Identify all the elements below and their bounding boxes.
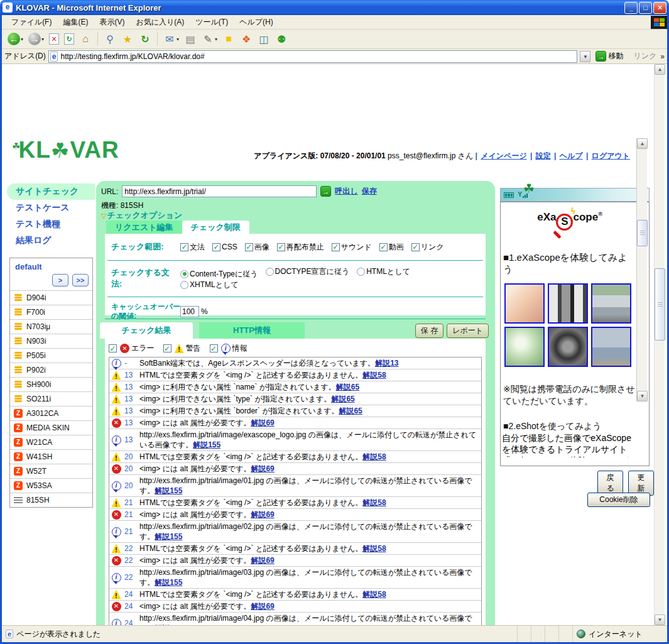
scope-option-画像[interactable]: ✓画像	[245, 242, 269, 253]
call-link[interactable]: 呼出し	[335, 186, 357, 197]
filter-error[interactable]: ✓✕エラー	[109, 343, 155, 354]
research-icon[interactable]: ◫	[256, 31, 272, 46]
emulator-back-button[interactable]: 戻る	[597, 471, 623, 496]
explanation-link[interactable]: 解説69	[251, 464, 274, 473]
scope-option-再配布禁止[interactable]: ✓再配布禁止	[277, 242, 324, 253]
forward-icon[interactable]: →▾	[26, 31, 46, 46]
home-icon[interactable]: ⌂	[77, 31, 94, 46]
checkbox-icon[interactable]: ✓	[411, 243, 420, 251]
device-row[interactable]: N903i	[10, 334, 92, 348]
device-row[interactable]: ZA3012CA	[10, 406, 92, 420]
scrollbar-thumb[interactable]	[655, 268, 665, 341]
grammar-option-Content-Typeに従う[interactable]: Content-Typeに従う	[180, 269, 258, 280]
maximize-button[interactable]: □	[639, 2, 652, 14]
sidebar-item-結果ログ[interactable]: 結果ログ	[7, 232, 95, 249]
menu-ヘルプ(H)[interactable]: ヘルプ(H)	[234, 16, 279, 28]
emulator-scrollbar[interactable]: ▲ ▼	[636, 138, 647, 401]
checkbox-icon[interactable]: ✓	[277, 243, 285, 251]
edit-icon[interactable]: ✎▾	[200, 31, 219, 46]
menu-編集(E)[interactable]: 編集(E)	[57, 16, 94, 28]
stop-icon[interactable]: ✕	[47, 32, 61, 46]
profile-move-button[interactable]: >>	[72, 274, 89, 287]
explanation-link[interactable]: 解説58	[362, 544, 386, 553]
tab-チェック制限[interactable]: チェック制限	[182, 221, 249, 234]
checkbox-icon[interactable]: ✓	[379, 243, 388, 251]
sidebar-item-テストケース[interactable]: テストケース	[7, 200, 95, 216]
notes-icon[interactable]: ■	[220, 31, 237, 46]
dropdown-caret-icon[interactable]: ▾	[215, 36, 217, 42]
grammar-option-XHTMLとして[interactable]: XHTMLとして	[180, 280, 239, 290]
tab-HTTP情報[interactable]: HTTP情報	[199, 322, 305, 339]
dropdown-caret-icon[interactable]: ▾	[41, 36, 44, 42]
explanation-link[interactable]: 解説69	[251, 418, 274, 427]
back-icon[interactable]: ←▾	[6, 31, 25, 46]
explanation-link[interactable]: 解説65	[336, 383, 359, 391]
print-icon[interactable]: ▤	[182, 31, 199, 46]
explanation-link[interactable]: 解説13	[375, 359, 398, 368]
links-label[interactable]: リンク	[633, 51, 656, 62]
device-row[interactable]: N703iμ	[10, 319, 92, 334]
device-row[interactable]: P902i	[10, 363, 92, 377]
header-link-メインページ[interactable]: メインページ	[481, 151, 526, 160]
device-row[interactable]: D904i	[10, 290, 92, 305]
device-row[interactable]: ZMEDIA SKIN	[10, 420, 92, 435]
history-icon[interactable]: ↻	[137, 31, 153, 46]
header-link-ログアウト[interactable]: ログアウト	[592, 151, 630, 160]
browser-scrollbar[interactable]: ▲ ▼	[654, 64, 665, 625]
checkbox-icon[interactable]: ✓	[163, 344, 171, 352]
explanation-link[interactable]: 解説65	[339, 407, 362, 415]
links-chevron-icon[interactable]: »	[660, 52, 665, 61]
refresh-icon[interactable]: ↻	[62, 32, 76, 46]
explanation-link[interactable]: 解説65	[331, 395, 354, 403]
explanation-link[interactable]: 解説69	[251, 602, 274, 611]
messenger-icon[interactable]: ❖	[238, 31, 254, 46]
save-url-link[interactable]: 保存	[362, 186, 377, 197]
dropdown-caret-icon[interactable]: ▾	[177, 36, 179, 42]
radio-icon[interactable]	[266, 268, 274, 276]
explanation-link[interactable]: 解説58	[362, 371, 386, 379]
scope-option-動画[interactable]: ✓動画	[379, 242, 404, 253]
save-result-button[interactable]: 保 存	[415, 324, 443, 338]
menu-お気に入り(A)[interactable]: お気に入り(A)	[130, 16, 190, 28]
cache-threshold-input[interactable]	[180, 306, 199, 317]
favorites-icon[interactable]: ★	[119, 31, 136, 46]
sidebar-item-サイトチェック[interactable]: サイトチェック	[7, 183, 95, 200]
search-icon[interactable]: ⚲	[102, 31, 118, 46]
woman-portrait-image[interactable]	[504, 283, 545, 324]
menu-表示(V)[interactable]: 表示(V)	[94, 16, 130, 28]
city-buildings-image[interactable]	[591, 327, 631, 367]
emulator-refresh-button[interactable]: 更新	[628, 471, 654, 496]
dropdown-caret-icon[interactable]: ▾	[21, 36, 23, 42]
emulator-scroll-up-icon[interactable]: ▲	[637, 138, 648, 149]
wristwatch-image[interactable]	[548, 327, 588, 367]
close-button[interactable]: ✕	[653, 2, 666, 14]
header-link-ヘルプ[interactable]: ヘルプ	[560, 151, 583, 160]
radio-icon[interactable]	[180, 281, 188, 289]
silver-car-image[interactable]	[591, 283, 631, 324]
device-row[interactable]: ZW53SA	[10, 478, 92, 493]
explanation-link[interactable]: 解説155	[155, 578, 182, 587]
emulator-scrollbar-thumb[interactable]	[637, 220, 648, 246]
grammar-option-DOCTYPE宣言に従う[interactable]: DOCTYPE宣言に従う	[266, 266, 350, 277]
device-row[interactable]: ZW21CA	[10, 435, 92, 449]
go-button[interactable]: → 移動	[593, 50, 626, 62]
filter-warn[interactable]: ✓!警告	[163, 343, 201, 354]
url-input[interactable]	[122, 185, 317, 197]
explanation-link[interactable]: 解説69	[251, 510, 274, 519]
scope-option-文法[interactable]: ✓文法	[180, 242, 205, 253]
menu-ファイル(F)[interactable]: ファイル(F)	[6, 16, 57, 28]
tab-チェック結果[interactable]: チェック結果	[100, 322, 193, 339]
cookie-delete-button[interactable]: Cookie削除	[587, 493, 650, 507]
msn-icon[interactable]: ⚉	[273, 31, 290, 46]
white-flowers-image[interactable]	[504, 327, 545, 367]
minimize-button[interactable]: _	[624, 2, 638, 14]
grammar-option-HTMLとして[interactable]: HTMLとして	[357, 266, 410, 277]
explanation-link[interactable]: 解説58	[362, 452, 386, 461]
device-row[interactable]: ZW41SH	[10, 449, 92, 464]
menu-ツール(T)[interactable]: ツール(T)	[190, 16, 234, 28]
device-row[interactable]: ZW52T	[10, 464, 92, 478]
device-row[interactable]: SH900i	[10, 377, 92, 391]
emulator-scroll-down-icon[interactable]: ▼	[637, 391, 648, 401]
filter-info[interactable]: ✓i情報	[210, 343, 247, 354]
check-run-button[interactable]: →	[320, 186, 331, 197]
